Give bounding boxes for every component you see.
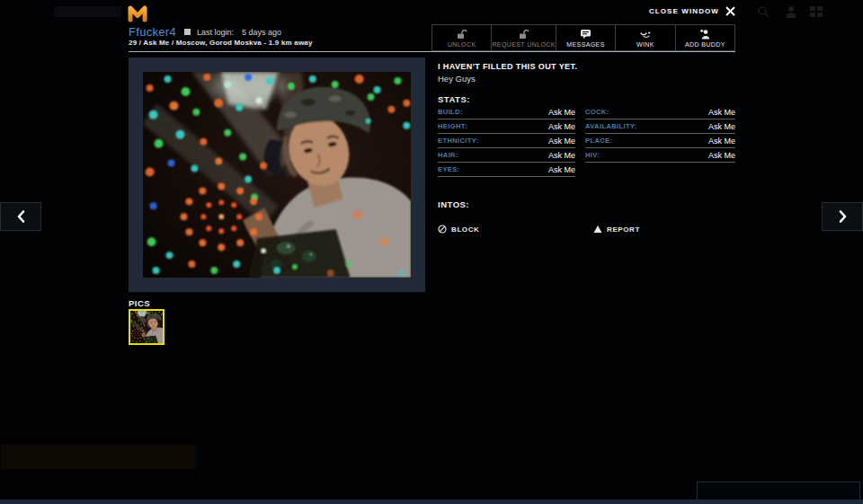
profile-photo (143, 72, 411, 278)
stat-label: HEIGHT: (438, 122, 467, 130)
photo-badge-icon (184, 29, 191, 35)
close-window-label: CLOSE WINDOW (649, 7, 719, 15)
chevron-left-icon (16, 209, 26, 224)
wink-label: WINK (636, 41, 654, 48)
stat-value: Ask Me (548, 137, 575, 146)
background-bottom-bar (0, 500, 863, 504)
dimmed-search-icon (757, 5, 771, 18)
report-label: REPORT (607, 225, 640, 234)
photo-thumbnail-image (130, 311, 163, 343)
last-login-label: Last login: (197, 28, 234, 37)
stat-label: AVAILABILITY: (585, 122, 637, 130)
stat-value: Ask Me (548, 122, 575, 131)
unlock-button[interactable]: UNLOCK (432, 25, 491, 50)
add-buddy-button[interactable]: ADD BUDDY (675, 25, 734, 50)
stat-row-hair: HAIR: Ask Me (438, 148, 575, 163)
stat-value: Ask Me (708, 108, 735, 117)
close-window-button[interactable]: CLOSE WINDOW (649, 6, 735, 16)
stat-value: Ask Me (708, 122, 735, 131)
request-unlock-label: REQUEST UNLOCK (492, 41, 555, 48)
stat-row-build: BUILD: Ask Me (438, 105, 575, 119)
dimmed-person-icon (784, 5, 798, 18)
stat-row-place: PLACE: Ask Me (585, 134, 735, 148)
intos-title: INTOS: (438, 199, 469, 209)
dimmed-background-box (697, 482, 860, 500)
pics-title: PICS (129, 298, 150, 308)
stat-label: ETHNICITY: (438, 137, 479, 145)
wink-button[interactable]: WINK (615, 25, 674, 50)
request-unlock-icon (518, 29, 529, 40)
wink-icon (639, 29, 652, 40)
stat-row-hiv: HIV: Ask Me (585, 148, 735, 163)
block-icon (438, 225, 447, 234)
dimmed-background-text (54, 6, 121, 17)
dimmed-grid-icon (809, 5, 823, 18)
profile-overlay: CLOSE WINDOW Ffucker4 Last login: 5 days… (0, 0, 863, 504)
about-headline: I HAVEN'T FILLED THIS OUT YET. (438, 62, 577, 71)
add-buddy-label: ADD BUDDY (685, 41, 725, 48)
block-label: BLOCK (451, 225, 479, 234)
stat-label: HIV: (585, 151, 600, 159)
app-logo-m-icon (127, 4, 148, 23)
username: Ffucker4 (129, 25, 176, 39)
stat-value: Ask Me (548, 151, 575, 160)
stat-label: EYES: (438, 165, 460, 173)
block-button[interactable]: BLOCK (438, 225, 479, 234)
profile-subtitle: 29 / Ask Me / Moscow, Gorod Moskva - 1.9… (129, 39, 313, 47)
last-login-value: 5 days ago (242, 28, 281, 37)
unlock-label: UNLOCK (448, 41, 476, 48)
stat-label: COCK: (585, 108, 609, 116)
photo-thumbnail[interactable] (129, 309, 165, 345)
stat-row-availability: AVAILABILITY: Ask Me (585, 119, 735, 134)
messages-button[interactable]: MESSAGES (556, 25, 615, 50)
stat-row-cock: COCK: Ask Me (585, 105, 735, 119)
dimmed-background-panel (1, 445, 196, 469)
add-buddy-icon (699, 29, 711, 40)
action-bar: UNLOCK REQUEST UNLOCK MESSAGES (432, 24, 735, 51)
messages-label: MESSAGES (566, 41, 605, 48)
stats-column-right: COCK: Ask Me AVAILABILITY: Ask Me PLACE:… (585, 105, 735, 163)
unlock-icon (456, 29, 467, 40)
stat-value: Ask Me (548, 165, 575, 174)
profile-header: Ffucker4 Last login: 5 days ago (129, 25, 281, 39)
next-profile-button[interactable] (822, 202, 863, 231)
stats-title: STATS: (438, 94, 470, 104)
stat-value: Ask Me (548, 108, 575, 117)
about-body: Hey Guys (438, 74, 476, 84)
stat-value: Ask Me (708, 151, 735, 160)
stat-label: HAIR: (438, 151, 458, 159)
messages-icon (580, 29, 592, 40)
stat-row-height: HEIGHT: Ask Me (438, 119, 575, 134)
stat-label: PLACE: (585, 137, 612, 145)
header-divider (129, 51, 735, 52)
stat-row-eyes: EYES: Ask Me (438, 163, 575, 177)
request-unlock-button[interactable]: REQUEST UNLOCK (491, 25, 555, 50)
stat-label: BUILD: (438, 108, 463, 116)
report-button[interactable]: REPORT (593, 225, 640, 234)
stat-value: Ask Me (708, 137, 735, 146)
stats-column-left: BUILD: Ask Me HEIGHT: Ask Me ETHNICITY: … (438, 105, 575, 177)
close-icon (725, 6, 735, 16)
profile-photo-frame (129, 57, 425, 292)
stat-row-ethnicity: ETHNICITY: Ask Me (438, 134, 575, 148)
report-icon (593, 225, 602, 234)
chevron-right-icon (838, 209, 848, 224)
prev-profile-button[interactable] (0, 202, 41, 231)
